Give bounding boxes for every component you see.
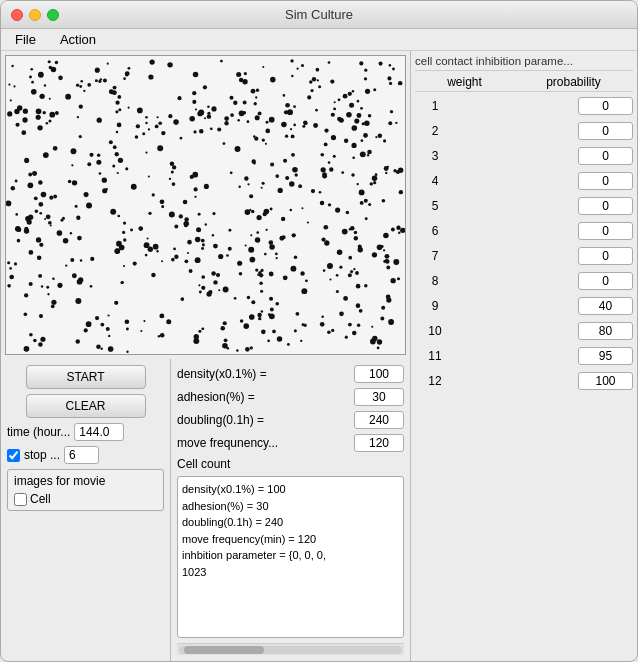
- move-label: move frequnency...: [177, 436, 354, 450]
- simulation-canvas: [6, 56, 405, 354]
- weight-label: 3: [415, 149, 455, 163]
- inhibition-row: 11: [415, 344, 633, 369]
- probability-input[interactable]: [578, 347, 633, 365]
- probability-input[interactable]: [578, 247, 633, 265]
- cell-checkbox[interactable]: [14, 493, 27, 506]
- weight-label: 11: [415, 349, 455, 363]
- stop-checkbox[interactable]: [7, 449, 20, 462]
- title-bar: Sim Culture: [1, 1, 637, 29]
- images-group: images for movie Cell: [7, 469, 164, 511]
- probability-input[interactable]: [578, 97, 633, 115]
- controls-area: START CLEAR time (hour... stop ... image…: [1, 359, 410, 661]
- probability-input[interactable]: [578, 372, 633, 390]
- move-input[interactable]: [354, 434, 404, 452]
- start-button[interactable]: START: [26, 365, 146, 389]
- inhibition-row: 10: [415, 319, 633, 344]
- weight-label: 8: [415, 274, 455, 288]
- adhesion-input[interactable]: [354, 388, 404, 406]
- move-row: move frequnency...: [177, 434, 404, 452]
- time-label: time (hour...: [7, 425, 70, 439]
- inhibition-header: cell contact inhibition parame...: [415, 55, 633, 71]
- inhibition-row: 1: [415, 94, 633, 119]
- inhibition-rows: 1 2 3 4 5 6 7 8 9 10: [415, 94, 633, 394]
- stop-row: stop ...: [7, 446, 164, 464]
- scrollbar-area[interactable]: [177, 643, 404, 655]
- adhesion-label: adhesion(%) =: [177, 390, 354, 404]
- inhibition-row: 12: [415, 369, 633, 394]
- main-window: Sim Culture File Action START CLEAR time…: [0, 0, 638, 662]
- weight-label: 4: [415, 174, 455, 188]
- weight-label: 6: [415, 224, 455, 238]
- doubling-label: doubling(0.1h) =: [177, 413, 354, 427]
- clear-button[interactable]: CLEAR: [26, 394, 146, 418]
- probability-input[interactable]: [578, 197, 633, 215]
- weight-col-header: weight: [447, 75, 482, 89]
- weight-label: 2: [415, 124, 455, 138]
- scrollbar-thumb[interactable]: [184, 646, 264, 654]
- minimize-button[interactable]: [29, 9, 41, 21]
- cell-count-text: density(x0.1%) = 100 adhesion(%) = 30 do…: [182, 481, 399, 580]
- scrollbar-track[interactable]: [179, 646, 402, 654]
- inhibition-row: 2: [415, 119, 633, 144]
- inhibition-row: 7: [415, 244, 633, 269]
- traffic-lights: [11, 9, 59, 21]
- file-menu[interactable]: File: [9, 30, 42, 49]
- cell-count-box: density(x0.1%) = 100 adhesion(%) = 30 do…: [177, 476, 404, 638]
- weight-label: 12: [415, 374, 455, 388]
- probability-input[interactable]: [578, 222, 633, 240]
- simulation-canvas-area: [5, 55, 406, 355]
- density-row: density(x0.1%) =: [177, 365, 404, 383]
- probability-input[interactable]: [578, 122, 633, 140]
- time-row: time (hour...: [7, 423, 164, 441]
- weight-label: 9: [415, 299, 455, 313]
- left-controls: START CLEAR time (hour... stop ... image…: [1, 359, 171, 661]
- probability-input[interactable]: [578, 172, 633, 190]
- cell-count-label: Cell count: [177, 457, 404, 471]
- images-label: images for movie: [14, 474, 157, 488]
- right-controls: density(x0.1%) = adhesion(%) = doubling(…: [171, 359, 410, 661]
- inhibition-row: 8: [415, 269, 633, 294]
- cell-checkbox-row: Cell: [14, 492, 157, 506]
- inhibition-row: 6: [415, 219, 633, 244]
- probability-col-header: probability: [546, 75, 601, 89]
- inhibition-row: 9: [415, 294, 633, 319]
- inhibition-row: 3: [415, 144, 633, 169]
- stop-label: stop ...: [24, 448, 60, 462]
- weight-label: 1: [415, 99, 455, 113]
- density-input[interactable]: [354, 365, 404, 383]
- probability-input[interactable]: [578, 272, 633, 290]
- inhibition-row: 4: [415, 169, 633, 194]
- close-button[interactable]: [11, 9, 23, 21]
- doubling-row: doubling(0.1h) =: [177, 411, 404, 429]
- density-label: density(x0.1%) =: [177, 367, 354, 381]
- stop-input[interactable]: [64, 446, 99, 464]
- inhibition-row: 5: [415, 194, 633, 219]
- main-content: START CLEAR time (hour... stop ... image…: [1, 51, 637, 661]
- right-panel: cell contact inhibition parame... weight…: [411, 51, 637, 661]
- maximize-button[interactable]: [47, 9, 59, 21]
- weight-label: 7: [415, 249, 455, 263]
- cell-label: Cell: [30, 492, 51, 506]
- menu-bar: File Action: [1, 29, 637, 51]
- doubling-input[interactable]: [354, 411, 404, 429]
- time-input[interactable]: [74, 423, 124, 441]
- probability-input[interactable]: [578, 147, 633, 165]
- left-panel: START CLEAR time (hour... stop ... image…: [1, 51, 411, 661]
- weight-label: 5: [415, 199, 455, 213]
- weight-label: 10: [415, 324, 455, 338]
- window-title: Sim Culture: [285, 7, 353, 22]
- inhibition-columns: weight probability: [415, 73, 633, 92]
- action-menu[interactable]: Action: [54, 30, 102, 49]
- adhesion-row: adhesion(%) =: [177, 388, 404, 406]
- probability-input[interactable]: [578, 297, 633, 315]
- probability-input[interactable]: [578, 322, 633, 340]
